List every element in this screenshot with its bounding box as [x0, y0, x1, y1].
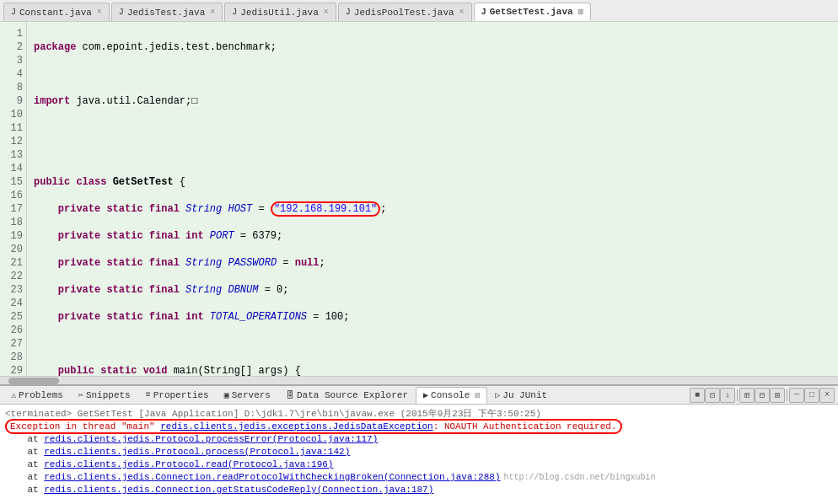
tab-console[interactable]: ▶ Console ⊠	[416, 387, 487, 404]
tab-close-console[interactable]: ⊠	[475, 390, 480, 400]
problems-icon: ⚠	[11, 390, 16, 400]
stack-link-2[interactable]: redis.clients.jedis.Protocol.process(Pro…	[44, 447, 350, 457]
tab-properties[interactable]: ≡ Properties	[138, 387, 217, 404]
datasource-icon: 🗄	[286, 390, 294, 400]
tab-problems[interactable]: ⚠ Problems	[3, 387, 71, 404]
console-scroll-lock-btn[interactable]: ⇩	[720, 388, 735, 403]
tab-close-constant[interactable]: ×	[97, 8, 102, 17]
panel-close-btn[interactable]: ×	[819, 388, 835, 403]
stack-line-4: at redis.clients.jedis.Connection.readPr…	[5, 471, 833, 484]
stack-link-5[interactable]: redis.clients.jedis.Connection.getStatus…	[44, 485, 433, 495]
panel-maximize-btn[interactable]: □	[804, 388, 819, 403]
exception-link[interactable]: redis.clients.jedis.exceptions.JedisData…	[160, 421, 432, 432]
line-numbers: 1 2 3 4 8 9 10 11 12 13 14 15 16 17 18 1…	[0, 22, 27, 376]
toolbar-separator-2	[787, 389, 787, 401]
tab-close-jedisutil[interactable]: ×	[324, 8, 329, 17]
tab-junit[interactable]: ▷ Ju JUnit	[487, 387, 555, 404]
stack-line-5: at redis.clients.jedis.Connection.getSta…	[5, 484, 833, 496]
stack-link-1[interactable]: redis.clients.jedis.Protocol.processErro…	[44, 434, 378, 444]
console-output: <terminated> GetSetTest [Java Applicatio…	[0, 405, 838, 504]
panel-minimize-btn[interactable]: ─	[789, 388, 804, 403]
stack-line-1: at redis.clients.jedis.Protocol.processE…	[5, 433, 833, 446]
code-editor: 1 2 3 4 8 9 10 11 12 13 14 15 16 17 18 1…	[0, 22, 838, 384]
tab-constant[interactable]: J Constant.java ×	[3, 3, 110, 21]
tab-datasource[interactable]: 🗄 Data Source Explorer	[278, 387, 416, 404]
scrollbar-thumb[interactable]	[8, 378, 59, 384]
tab-getsettest[interactable]: J GetSetTest.java ⊠	[474, 3, 591, 21]
tab-snippets[interactable]: ✂ Snippets	[71, 387, 138, 404]
watermark: http://blog.csdn.net/bingxubin	[504, 473, 656, 482]
properties-icon: ≡	[146, 390, 151, 399]
tab-jedispooltest[interactable]: J JedisPoolTest.java ×	[338, 3, 472, 21]
console-clear-btn[interactable]: ⊡	[705, 388, 720, 403]
error-oval: Exception in thread "main" redis.clients…	[5, 419, 622, 434]
servers-icon: ▣	[224, 390, 229, 400]
snippets-icon: ✂	[78, 390, 83, 400]
tab-close-getsettest[interactable]: ⊠	[578, 7, 583, 17]
toolbar-separator	[737, 389, 738, 401]
bottom-panel: ⚠ Problems ✂ Snippets ≡ Properties ▣ Ser…	[0, 384, 838, 504]
tab-close-jedistest[interactable]: ×	[210, 8, 215, 17]
stack-line-3: at redis.clients.jedis.Protocol.read(Pro…	[5, 458, 833, 471]
console-icon: ▶	[423, 390, 428, 400]
editor-tab-bar: J Constant.java × J JedisTest.java × J J…	[0, 0, 838, 22]
exception-line: Exception in thread "main" redis.clients…	[5, 421, 833, 433]
tab-servers[interactable]: ▣ Servers	[217, 387, 278, 404]
java-icon: J	[11, 8, 16, 17]
console-btn2[interactable]: ⊞	[739, 388, 755, 403]
console-btn3[interactable]: ⊟	[755, 388, 770, 403]
stack-line-2: at redis.clients.jedis.Protocol.process(…	[5, 446, 833, 458]
bottom-tab-bar: ⚠ Problems ✂ Snippets ≡ Properties ▣ Ser…	[0, 386, 838, 405]
code-text[interactable]: package com.epoint.jedis.test.benchmark;…	[27, 22, 838, 376]
tab-close-jedispooltest[interactable]: ×	[459, 8, 465, 17]
console-btn4[interactable]: ⊠	[770, 388, 785, 403]
junit-icon: ▷	[495, 390, 500, 400]
tab-jedistest[interactable]: J JedisTest.java ×	[111, 3, 223, 21]
stack-link-4[interactable]: redis.clients.jedis.Connection.readProto…	[44, 472, 500, 482]
java-icon-5: J	[481, 8, 486, 17]
editor-scrollbar[interactable]	[0, 376, 838, 384]
java-icon-4: J	[346, 8, 351, 17]
stack-link-3[interactable]: redis.clients.jedis.Protocol.read(Protoc…	[44, 459, 333, 469]
console-stop-btn[interactable]: ■	[690, 388, 705, 403]
java-icon-2: J	[119, 8, 124, 17]
tab-jedisutil[interactable]: J JedisUtil.java ×	[224, 3, 336, 21]
java-icon-3: J	[232, 8, 237, 17]
